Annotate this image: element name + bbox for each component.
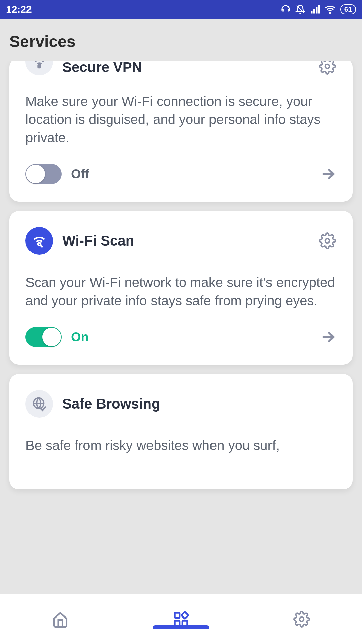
- svg-rect-3: [316, 7, 317, 14]
- wifi-scan-settings-button[interactable]: [318, 232, 337, 250]
- bottom-nav: [0, 594, 362, 644]
- status-bar: 12:22 61: [0, 0, 362, 19]
- nav-settings[interactable]: [292, 609, 312, 629]
- page-title: Services: [9, 32, 353, 51]
- nav-services[interactable]: [171, 609, 191, 629]
- svg-rect-15: [175, 613, 180, 618]
- svg-rect-4: [318, 5, 320, 14]
- svg-point-7: [325, 64, 330, 69]
- toggle-label: On: [71, 330, 311, 344]
- svg-rect-2: [313, 9, 315, 14]
- service-description: Be safe from risky websites when you sur…: [25, 436, 337, 454]
- service-card-secure-vpn: Secure VPN Make sure your Wi-Fi connecti…: [9, 61, 353, 202]
- svg-rect-18: [181, 612, 188, 619]
- service-card-wifi-scan: Wi-Fi Scan Scan your Wi-Fi network to ma…: [9, 211, 353, 365]
- headphones-icon: [281, 4, 291, 14]
- service-description: Scan your Wi-Fi network to make sure it'…: [25, 273, 337, 310]
- wifi-icon: [325, 4, 336, 15]
- page-header: Services: [0, 19, 362, 61]
- wifi-scan-arrow-button[interactable]: [320, 329, 337, 345]
- content-scroll[interactable]: Secure VPN Make sure your Wi-Fi connecti…: [0, 61, 362, 593]
- signal-icon: [310, 4, 320, 14]
- secure-vpn-icon: [25, 61, 53, 75]
- secure-vpn-toggle[interactable]: [25, 164, 62, 184]
- svg-point-19: [300, 617, 304, 621]
- service-title: Secure VPN: [62, 61, 309, 75]
- svg-point-11: [325, 239, 330, 243]
- secure-vpn-settings-button[interactable]: [318, 61, 337, 75]
- service-title: Safe Browsing: [62, 396, 337, 412]
- wifi-scan-icon: [25, 227, 53, 255]
- svg-rect-6: [38, 65, 40, 68]
- battery-indicator: 61: [340, 4, 356, 14]
- service-title: Wi-Fi Scan: [62, 233, 309, 249]
- nav-home[interactable]: [50, 609, 70, 629]
- status-time: 12:22: [6, 4, 32, 15]
- svg-point-9: [38, 243, 41, 245]
- service-description: Make sure your Wi-Fi connection is secur…: [25, 92, 337, 147]
- svg-rect-16: [175, 621, 180, 626]
- wifi-scan-toggle[interactable]: [25, 327, 62, 347]
- svg-rect-17: [182, 621, 187, 626]
- toggle-label: Off: [71, 167, 311, 181]
- svg-rect-1: [311, 11, 312, 14]
- svg-line-10: [40, 245, 43, 248]
- bell-mute-icon: [295, 4, 305, 14]
- secure-vpn-arrow-button[interactable]: [320, 166, 337, 182]
- safe-browsing-icon: [25, 390, 53, 418]
- nav-active-indicator: [153, 625, 209, 629]
- service-card-safe-browsing: Safe Browsing Be safe from risky website…: [9, 374, 353, 489]
- status-tray: 61: [281, 4, 356, 15]
- svg-point-5: [329, 12, 330, 13]
